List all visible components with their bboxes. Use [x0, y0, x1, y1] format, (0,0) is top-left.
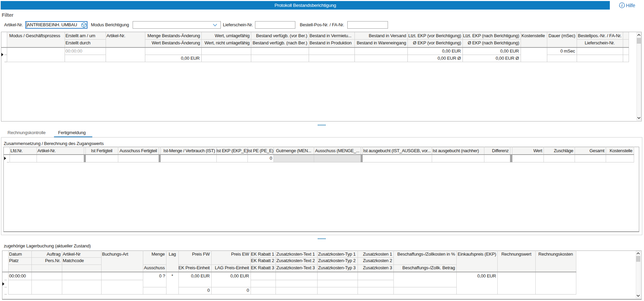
svg-text:i: i — [621, 3, 623, 8]
